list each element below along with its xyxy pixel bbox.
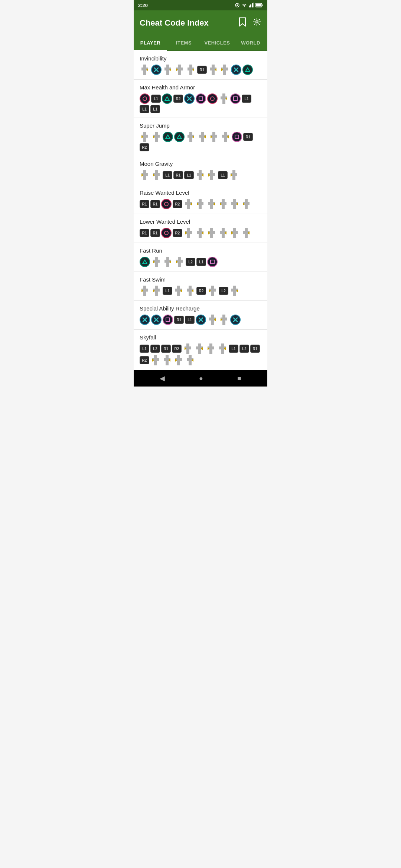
dpad-icon bbox=[186, 132, 196, 142]
triangle-button bbox=[162, 93, 172, 104]
tab-player[interactable]: PLAYER bbox=[134, 36, 167, 50]
r1-button: R1 bbox=[150, 200, 160, 208]
cross-button bbox=[151, 315, 162, 325]
dpad-icon bbox=[151, 170, 162, 180]
cheat-item: Special Ability Recharge R1L1 bbox=[134, 301, 267, 330]
tab-world[interactable]: WORLD bbox=[234, 36, 267, 50]
square-button bbox=[163, 315, 173, 325]
dpad-icon bbox=[206, 170, 217, 180]
dpad-right-icon bbox=[197, 132, 208, 142]
recents-button[interactable]: ■ bbox=[234, 372, 244, 385]
toolbar: Cheat Code Index bbox=[134, 10, 267, 36]
r1-button: R1 bbox=[150, 229, 160, 237]
svg-rect-35 bbox=[234, 97, 237, 101]
home-button[interactable]: ● bbox=[196, 372, 206, 385]
circle-button bbox=[161, 199, 172, 209]
cheat-name: Lower Wanted Level bbox=[140, 218, 261, 225]
r2-button: R2 bbox=[140, 143, 149, 151]
r2-button: R2 bbox=[140, 356, 149, 364]
dpad-left-icon bbox=[206, 170, 217, 180]
dpad-left-icon bbox=[207, 286, 218, 296]
l1-button: L1 bbox=[163, 171, 172, 179]
tabs-bar: PLAYER ITEMS VEHICLES WORLD bbox=[134, 36, 267, 51]
svg-marker-26 bbox=[245, 68, 250, 72]
dpad-icon bbox=[241, 199, 251, 209]
svg-rect-8 bbox=[256, 4, 261, 7]
cross-button bbox=[184, 93, 195, 104]
svg-rect-7 bbox=[262, 4, 263, 6]
svg-marker-41 bbox=[177, 135, 182, 139]
cheat-item: Raise Wanted LevelR1R1 R2 bbox=[134, 185, 267, 214]
svg-rect-31 bbox=[199, 97, 203, 101]
triangle-button bbox=[140, 257, 150, 267]
r1-button: R1 bbox=[173, 171, 183, 179]
cheat-name: Max Health and Armor bbox=[140, 84, 261, 91]
bottom-nav: ◀ ● ■ bbox=[134, 370, 267, 387]
dpad-right-icon bbox=[219, 93, 229, 104]
cheat-buttons: L1 R2 L1L1L1 bbox=[140, 93, 261, 113]
dpad-icon bbox=[151, 257, 162, 267]
r2-button: R2 bbox=[173, 200, 182, 208]
l2-button: L2 bbox=[150, 345, 160, 353]
r1-button: R1 bbox=[161, 345, 171, 353]
dpad-right-icon bbox=[186, 132, 196, 142]
back-button[interactable]: ◀ bbox=[157, 371, 168, 385]
page-title: Cheat Code Index bbox=[140, 18, 209, 28]
dpad-left-icon bbox=[173, 355, 184, 365]
square-button bbox=[232, 132, 242, 142]
dpad-icon bbox=[209, 132, 219, 142]
battery-icon bbox=[255, 3, 263, 7]
cheat-buttons: L2L1 bbox=[140, 257, 261, 267]
triangle-button bbox=[163, 132, 173, 142]
tab-vehicles[interactable]: VEHICLES bbox=[200, 36, 234, 50]
dpad-left-icon bbox=[140, 286, 150, 296]
dpad-right-icon bbox=[195, 228, 205, 238]
dpad-icon bbox=[206, 228, 217, 238]
r1-button: R1 bbox=[197, 66, 207, 74]
cheat-item: Lower Wanted LevelR1R1 R2 bbox=[134, 214, 267, 243]
cheat-buttons: R1 bbox=[140, 65, 261, 75]
dpad-left-icon bbox=[241, 199, 251, 209]
dpad-icon bbox=[183, 343, 193, 354]
dpad-icon bbox=[197, 132, 208, 142]
dpad-icon bbox=[174, 65, 185, 75]
settings-icon bbox=[252, 17, 261, 26]
dpad-right-icon bbox=[173, 286, 184, 296]
cheat-buttons: R1R1 R2 bbox=[140, 199, 261, 209]
square-button bbox=[207, 257, 218, 267]
dpad-icon bbox=[173, 355, 184, 365]
dpad-icon bbox=[207, 315, 218, 325]
tab-items[interactable]: ITEMS bbox=[167, 36, 200, 50]
cheat-name: Invincibility bbox=[140, 55, 261, 62]
l1-button: L1 bbox=[140, 105, 149, 113]
l1-button: L1 bbox=[163, 287, 172, 295]
bookmark-button[interactable] bbox=[238, 17, 247, 29]
cheat-item: Invincibility R1 bbox=[134, 51, 267, 80]
dpad-right-icon bbox=[229, 286, 240, 296]
svg-rect-2 bbox=[249, 6, 250, 7]
settings-button[interactable] bbox=[252, 17, 261, 29]
dpad-icon bbox=[140, 65, 150, 75]
r2-button: R2 bbox=[173, 95, 183, 103]
dpad-right-icon bbox=[186, 65, 196, 75]
cheat-name: Raise Wanted Level bbox=[140, 190, 261, 196]
dpad-right-icon bbox=[207, 315, 218, 325]
dpad-icon bbox=[219, 93, 229, 104]
dpad-right-icon bbox=[185, 286, 195, 296]
triangle-button bbox=[242, 65, 253, 75]
dpad-icon bbox=[150, 355, 161, 365]
cross-button bbox=[230, 315, 241, 325]
svg-point-74 bbox=[164, 231, 168, 235]
cheat-buttons: R1L1 bbox=[140, 315, 261, 325]
dpad-icon bbox=[220, 132, 231, 142]
dpad-icon bbox=[183, 199, 194, 209]
l1-button: L1 bbox=[218, 171, 228, 179]
dpad-icon bbox=[183, 228, 194, 238]
sim-icon bbox=[235, 3, 240, 8]
dpad-icon bbox=[151, 286, 162, 296]
dpad-left-icon bbox=[174, 257, 185, 267]
l1-button: L1 bbox=[184, 171, 194, 179]
cheat-name: Fast Swim bbox=[140, 276, 261, 283]
status-time: 2:20 bbox=[138, 3, 148, 8]
dpad-right-icon bbox=[206, 199, 217, 209]
